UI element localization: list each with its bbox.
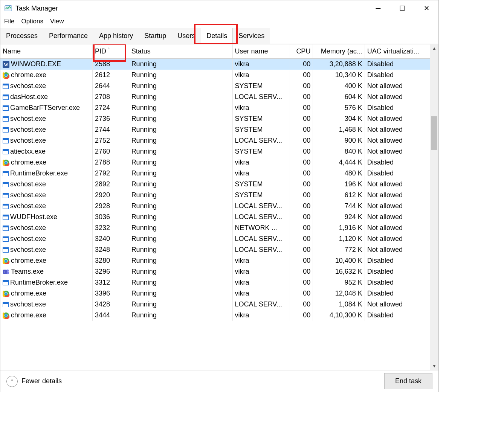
table-row[interactable]: chrome.exe3396Runningvikra0012,048 KDisa… <box>0 288 430 299</box>
cell-user: vikra <box>232 168 290 179</box>
scroll-down-arrow-icon[interactable]: ▼ <box>430 362 438 370</box>
col-header-cpu[interactable]: CPU <box>290 44 313 59</box>
scroll-track[interactable] <box>430 52 438 362</box>
generic-process-icon <box>3 280 9 285</box>
generic-process-icon <box>3 94 9 100</box>
cell-memory: 196 K <box>313 179 365 190</box>
table-row[interactable]: chrome.exe2788Runningvikra004,444 KDisab… <box>0 157 430 168</box>
cell-pid: 2788 <box>92 157 129 168</box>
cell-status: Running <box>129 146 232 157</box>
cell-name: svchost.exe <box>0 233 92 244</box>
table-row[interactable]: chrome.exe3280Runningvikra0010,400 KDisa… <box>0 255 430 266</box>
minimize-button[interactable]: ─ <box>366 0 390 16</box>
task-manager-window: Task Manager ─ ☐ ✕ File Options View Pro… <box>0 0 439 392</box>
maximize-button[interactable]: ☐ <box>390 0 414 16</box>
table-row[interactable]: svchost.exe2920RunningSYSTEM00612 KNot a… <box>0 190 430 201</box>
table-row[interactable]: svchost.exe2892RunningSYSTEM00196 KNot a… <box>0 179 430 190</box>
cell-pid: 2752 <box>92 135 129 146</box>
table-row[interactable]: atieclxx.exe2760RunningSYSTEM00840 KNot … <box>0 146 430 157</box>
cell-status: Running <box>129 277 232 288</box>
task-manager-icon <box>4 4 12 12</box>
generic-process-icon <box>3 215 9 220</box>
col-header-name[interactable]: Name <box>0 44 92 59</box>
menu-view[interactable]: View <box>49 17 66 26</box>
cell-cpu: 00 <box>290 277 313 288</box>
generic-process-icon <box>3 84 9 89</box>
cell-cpu: 00 <box>290 212 313 222</box>
cell-name: chrome.exe <box>0 255 92 266</box>
table-row[interactable]: svchost.exe3428RunningLOCAL SERV...001,0… <box>0 299 430 310</box>
tab-performance[interactable]: Performance <box>43 28 93 44</box>
tab-details[interactable]: Details <box>201 28 233 44</box>
tab-services[interactable]: Services <box>233 28 270 44</box>
col-header-memory[interactable]: Memory (ac... <box>313 44 365 59</box>
table-row[interactable]: TTeams.exe3296Runningvikra0016,632 KDisa… <box>0 266 430 277</box>
svg-point-31 <box>5 314 7 317</box>
table-row[interactable]: RuntimeBroker.exe2792Runningvikra00480 K… <box>0 168 430 179</box>
cell-memory: 10,400 K <box>313 255 365 266</box>
cell-memory: 612 K <box>313 190 365 201</box>
cell-name: svchost.exe <box>0 201 92 212</box>
tabbar: Processes Performance App history Startu… <box>0 27 438 44</box>
cell-status: Running <box>129 168 232 179</box>
svg-point-26 <box>5 293 7 295</box>
scroll-up-arrow-icon[interactable]: ▲ <box>430 44 438 52</box>
table-row[interactable]: chrome.exe2612Runningvikra0010,340 KDisa… <box>0 70 430 81</box>
generic-process-icon <box>3 204 9 209</box>
table-row[interactable]: chrome.exe3444Runningvikra004,10,300 KDi… <box>0 310 430 321</box>
scroll-thumb[interactable] <box>431 116 437 150</box>
end-task-button[interactable]: End task <box>384 373 432 389</box>
generic-process-icon <box>3 138 9 143</box>
table-row[interactable]: svchost.exe2736RunningSYSTEM00304 KNot a… <box>0 113 430 124</box>
table-row[interactable]: svchost.exe3248RunningLOCAL SERV...00772… <box>0 244 430 255</box>
cell-cpu: 00 <box>290 201 313 212</box>
close-button[interactable]: ✕ <box>414 0 438 16</box>
cell-memory: 1,120 K <box>313 233 365 244</box>
col-header-user[interactable]: User name <box>232 44 290 59</box>
cell-pid: 3396 <box>92 288 129 299</box>
menu-options[interactable]: Options <box>20 17 45 26</box>
cell-status: Running <box>129 310 232 321</box>
fewer-details-button[interactable]: ⌃ Fewer details <box>6 376 62 387</box>
cell-status: Running <box>129 135 232 146</box>
cell-pid: 3248 <box>92 244 129 255</box>
col-header-uac[interactable]: UAC virtualizati... <box>365 44 430 59</box>
table-row[interactable]: svchost.exe2744RunningSYSTEM001,468 KNot… <box>0 124 430 135</box>
table-row[interactable]: WWINWORD.EXE2588Runningvikra003,20,888 K… <box>0 59 430 70</box>
cell-name: RuntimeBroker.exe <box>0 277 92 288</box>
table-row[interactable]: RuntimeBroker.exe3312Runningvikra00952 K… <box>0 277 430 288</box>
table-row[interactable]: svchost.exe3240RunningLOCAL SERV...001,1… <box>0 233 430 244</box>
table-row[interactable]: svchost.exe2752RunningLOCAL SERV...00900… <box>0 135 430 146</box>
table-row[interactable]: dasHost.exe2708RunningLOCAL SERV...00604… <box>0 91 430 102</box>
cell-memory: 924 K <box>313 212 365 222</box>
vertical-scrollbar[interactable]: ▲ ▼ <box>430 44 438 370</box>
cell-pid: 3428 <box>92 299 129 310</box>
col-header-status[interactable]: Status <box>129 44 232 59</box>
table-row[interactable]: WUDFHost.exe3036RunningLOCAL SERV...0092… <box>0 212 430 222</box>
cell-user: LOCAL SERV... <box>232 299 290 310</box>
cell-memory: 744 K <box>313 201 365 212</box>
menu-file[interactable]: File <box>3 17 16 26</box>
cell-user: LOCAL SERV... <box>232 201 290 212</box>
tab-processes[interactable]: Processes <box>0 28 43 44</box>
cell-cpu: 00 <box>290 233 313 244</box>
cell-cpu: 00 <box>290 113 313 124</box>
cell-user: vikra <box>232 255 290 266</box>
generic-process-icon <box>3 302 9 307</box>
cell-user: SYSTEM <box>232 113 290 124</box>
table-row[interactable]: GameBarFTServer.exe2724Runningvikra00576… <box>0 102 430 113</box>
svg-point-17 <box>5 260 7 262</box>
table-row[interactable]: svchost.exe2644RunningSYSTEM00400 KNot a… <box>0 81 430 91</box>
cell-name: chrome.exe <box>0 288 92 299</box>
col-header-pid[interactable]: PID⌃ <box>92 44 129 59</box>
tab-app-history[interactable]: App history <box>93 28 139 44</box>
table-row[interactable]: svchost.exe2928RunningLOCAL SERV...00744… <box>0 201 430 212</box>
cell-user: vikra <box>232 59 290 70</box>
cell-pid: 2724 <box>92 102 129 113</box>
tab-startup[interactable]: Startup <box>139 28 172 44</box>
tab-users[interactable]: Users <box>172 28 201 44</box>
window-controls: ─ ☐ ✕ <box>366 0 438 16</box>
teams-icon: T <box>3 268 9 275</box>
table-row[interactable]: svchost.exe3232RunningNETWORK ...001,916… <box>0 222 430 233</box>
fewer-details-label: Fewer details <box>21 377 62 385</box>
